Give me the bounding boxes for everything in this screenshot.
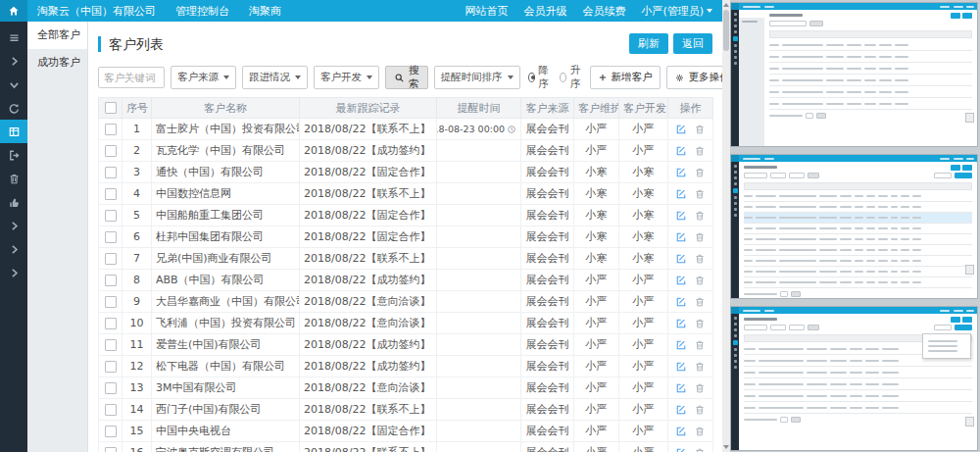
trash-icon[interactable] <box>694 210 706 222</box>
table-icon[interactable] <box>0 120 27 143</box>
scroll-down-arrow-icon[interactable] <box>723 445 729 449</box>
trash-icon[interactable] <box>694 124 706 135</box>
row-checkbox[interactable] <box>105 124 117 135</box>
edit-icon[interactable] <box>675 318 687 329</box>
refresh-button[interactable]: 刷新 <box>629 33 668 54</box>
edit-icon[interactable] <box>675 188 687 200</box>
trash-icon[interactable] <box>694 404 706 416</box>
sort-asc-radio[interactable]: 升序 <box>560 64 584 91</box>
edit-icon[interactable] <box>675 382 687 394</box>
chevron-down-icon[interactable] <box>0 73 27 96</box>
develop-select[interactable]: 客户开发 <box>314 66 379 89</box>
row-checkbox[interactable] <box>105 296 117 308</box>
row-checkbox[interactable] <box>105 339 117 351</box>
vertical-scrollbar[interactable] <box>722 0 730 452</box>
edit-icon[interactable] <box>675 253 687 265</box>
trash-icon[interactable] <box>694 145 706 157</box>
chevron-right-icon[interactable] <box>0 214 27 237</box>
edit-icon[interactable] <box>675 275 687 286</box>
preview-thumbnail[interactable] <box>730 2 978 147</box>
edit-icon[interactable] <box>675 426 687 437</box>
row-checkbox[interactable] <box>105 318 117 329</box>
edit-icon[interactable] <box>675 145 687 157</box>
trash-icon[interactable] <box>694 253 706 265</box>
trash-icon[interactable] <box>694 382 706 394</box>
trash-icon[interactable] <box>694 447 706 452</box>
scrollbar-thumb[interactable] <box>723 10 729 51</box>
user-menu-label: 小严(管理员) <box>641 4 704 19</box>
edit-icon[interactable] <box>675 167 687 178</box>
row-checkbox[interactable] <box>105 210 117 222</box>
row-checkbox[interactable] <box>105 275 117 286</box>
customer-name: 松下电器（中国）有限公司 <box>152 356 300 377</box>
source-select[interactable]: 客户来源 <box>171 66 236 89</box>
row-checkbox[interactable] <box>105 426 117 437</box>
menu-icon[interactable] <box>0 25 27 49</box>
preview-thumbnail[interactable] <box>730 154 978 299</box>
side-menu-item[interactable]: 成功客户 <box>27 49 87 76</box>
nav-item[interactable]: 会员升级 <box>523 4 566 19</box>
nav-item[interactable]: 管理控制台 <box>175 4 229 19</box>
select-all-checkbox[interactable] <box>105 102 117 114</box>
nav-item[interactable]: 淘聚商 <box>249 4 281 19</box>
row-checkbox[interactable] <box>105 382 117 394</box>
brand-name[interactable]: 淘聚云（中国）有限公司 <box>37 4 156 19</box>
trash-icon[interactable] <box>0 167 27 190</box>
trash-icon[interactable] <box>694 188 706 200</box>
row-checkbox[interactable] <box>105 447 117 452</box>
nav-item[interactable]: 会员续费 <box>582 4 625 19</box>
edit-icon[interactable] <box>675 339 687 351</box>
logout-icon[interactable] <box>0 143 27 167</box>
home-icon[interactable] <box>0 0 27 22</box>
trash-icon[interactable] <box>694 361 706 373</box>
sort-desc-radio[interactable]: 降序 <box>528 64 553 91</box>
row-checkbox[interactable] <box>105 188 117 200</box>
chevron-right-icon[interactable] <box>0 49 27 73</box>
chevron-right-icon[interactable] <box>0 237 27 261</box>
thumbs-up-icon[interactable] <box>0 190 27 214</box>
row-seq: 9 <box>122 291 152 313</box>
row-checkbox[interactable] <box>105 404 117 416</box>
trash-icon[interactable] <box>694 231 706 243</box>
chevron-right-icon[interactable] <box>0 261 27 284</box>
sort-select[interactable]: 提醒时间排序 <box>434 66 520 89</box>
undo-icon[interactable] <box>0 96 27 120</box>
edit-icon[interactable] <box>675 124 687 135</box>
row-checkbox[interactable] <box>105 361 117 373</box>
back-button[interactable]: 返回 <box>673 33 712 54</box>
mini-side-menu <box>739 10 764 146</box>
row-checkbox[interactable] <box>105 231 117 243</box>
mini-icon-rail <box>731 162 739 298</box>
nav-item[interactable]: 网站首页 <box>465 4 508 19</box>
add-customer-button[interactable]: 新增客户 <box>590 66 661 89</box>
edit-icon[interactable] <box>675 404 687 416</box>
row-checkbox[interactable] <box>105 145 117 157</box>
user-menu[interactable]: 小严(管理员) <box>641 4 712 19</box>
preview-thumbnail[interactable] <box>730 306 978 451</box>
search-button[interactable]: 搜索 <box>385 66 428 89</box>
keyword-input[interactable] <box>98 67 165 88</box>
more-actions-button[interactable]: 更多操作 <box>666 66 723 89</box>
trash-icon[interactable] <box>694 318 706 329</box>
trash-icon[interactable] <box>694 339 706 351</box>
mini-home-icon <box>731 3 739 10</box>
customer-keeper: 小寒 <box>574 183 619 205</box>
edit-icon[interactable] <box>675 296 687 308</box>
customer-keeper: 小严 <box>574 313 619 334</box>
side-menu-item[interactable]: 全部客户 <box>27 22 87 49</box>
trash-icon[interactable] <box>694 426 706 437</box>
trash-icon[interactable] <box>694 296 706 308</box>
edit-icon[interactable] <box>675 361 687 373</box>
edit-icon[interactable] <box>675 231 687 243</box>
scroll-up-arrow-icon[interactable] <box>723 3 729 7</box>
row-checkbox[interactable] <box>105 253 117 265</box>
row-seq: 10 <box>122 313 152 334</box>
trash-icon[interactable] <box>694 167 706 178</box>
edit-icon[interactable] <box>675 447 687 452</box>
customer-keeper: 小寒 <box>574 248 619 270</box>
edit-icon[interactable] <box>675 210 687 222</box>
row-checkbox[interactable] <box>105 167 117 178</box>
latest-record: 2018/08/22【成功签约】 <box>300 270 437 291</box>
trash-icon[interactable] <box>694 275 706 286</box>
follow-select[interactable]: 跟进情况 <box>242 66 308 89</box>
